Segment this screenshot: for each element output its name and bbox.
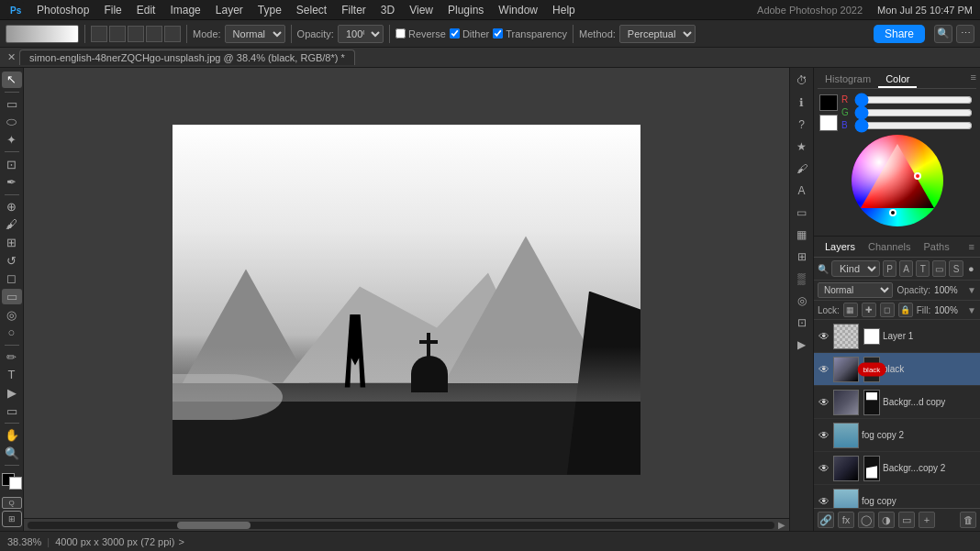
blend-mode-select[interactable]: Normal (818, 282, 893, 298)
adjustment-icon[interactable]: ⊡ (793, 314, 811, 332)
backgrd-copy-2-visibility-eye[interactable]: 👁 (818, 462, 830, 475)
paths-tab[interactable]: Paths (919, 239, 955, 254)
lock-pixels-btn[interactable]: ▦ (843, 303, 858, 317)
filter-adj-btn[interactable]: A (899, 260, 913, 277)
learn-icon[interactable]: ? (793, 116, 811, 134)
opacity-select[interactable]: 100% (338, 25, 384, 43)
dodge-tool[interactable]: ○ (2, 325, 22, 341)
share-button[interactable]: Share (874, 25, 925, 43)
fog-copy-2-visibility-eye[interactable]: 👁 (818, 429, 830, 442)
dither-checkbox[interactable] (450, 28, 460, 39)
g-slider[interactable] (854, 109, 973, 116)
method-select[interactable]: Perceptual (619, 25, 696, 43)
background-color[interactable] (9, 477, 22, 490)
bg-color-swatch[interactable] (819, 115, 838, 131)
panel-menu-icon[interactable]: ≡ (971, 72, 976, 88)
lock-artboard-btn[interactable]: ◻ (880, 303, 895, 317)
filter-shape-btn[interactable]: ▭ (932, 260, 946, 277)
transparency-checkbox[interactable] (493, 28, 503, 39)
history-brush-tool[interactable]: ↺ (2, 252, 22, 269)
tab-close-icon[interactable]: ✕ (7, 51, 16, 63)
shape-btn-5[interactable] (164, 26, 181, 42)
lasso-tool[interactable]: ⬭ (2, 114, 22, 130)
layer1-visibility-eye[interactable]: 👁 (818, 330, 830, 343)
menu-view[interactable]: View (402, 2, 440, 18)
clone-stamp-tool[interactable]: ⊞ (2, 235, 22, 251)
swatches-icon[interactable]: ⊞ (793, 248, 811, 266)
menu-3d[interactable]: 3D (373, 2, 402, 18)
layer-item-backgrd-copy-2[interactable]: 👁 Backgr...copy 2 (814, 452, 980, 485)
font-icon[interactable]: A (793, 182, 811, 200)
gradient-swatch[interactable] (6, 25, 79, 43)
histogram-tab[interactable]: Histogram (818, 72, 878, 88)
quick-mask-toggle[interactable]: Q (2, 497, 22, 509)
shapes-icon[interactable]: ▭ (793, 204, 811, 222)
menu-help[interactable]: Help (545, 2, 583, 18)
new-fill-layer-btn[interactable]: ◑ (878, 512, 895, 528)
shape-btn-2[interactable] (109, 26, 126, 42)
reverse-checkbox[interactable] (395, 28, 406, 39)
search-button[interactable]: 🔍 (934, 25, 952, 43)
new-layer-btn[interactable]: + (919, 512, 935, 528)
shape-btn-3[interactable] (128, 26, 144, 42)
fg-color-swatch[interactable] (819, 94, 838, 111)
color-wheel-container[interactable] (852, 135, 943, 226)
shape-tool[interactable]: ▭ (2, 402, 22, 419)
filter-toggle-btn[interactable]: ● (966, 262, 976, 275)
menu-file[interactable]: File (96, 2, 128, 18)
menu-edit[interactable]: Edit (129, 2, 163, 18)
channels-tab[interactable]: Channels (863, 239, 916, 254)
new-group-btn[interactable]: ▭ (898, 512, 915, 528)
b-slider[interactable] (854, 122, 973, 129)
gradient-tool[interactable]: ▭ (2, 289, 22, 305)
kind-filter-select[interactable]: Kind (831, 260, 880, 277)
zoom-tool[interactable]: 🔍 (2, 445, 22, 461)
healing-brush-tool[interactable]: ⊕ (2, 198, 22, 215)
backgrd-copy-visibility-eye[interactable]: 👁 (818, 396, 830, 409)
history-icon[interactable]: ⏱ (793, 72, 811, 90)
brush-preset-icon[interactable]: 🖌 (793, 160, 811, 178)
shape-btn-1[interactable] (91, 26, 107, 42)
layers-tab[interactable]: Layers (819, 239, 861, 254)
menu-image[interactable]: Image (162, 2, 207, 18)
menu-select[interactable]: Select (289, 2, 334, 18)
filter-smart-btn[interactable]: S (949, 260, 963, 277)
hand-tool[interactable]: ✋ (2, 427, 22, 444)
pen-tool[interactable]: ✏ (2, 348, 22, 365)
eraser-tool[interactable]: ◻ (2, 270, 22, 287)
gradient-panel-icon[interactable]: ▒ (793, 270, 811, 288)
link-layers-btn[interactable]: 🔗 (818, 512, 834, 528)
filter-pixel-btn[interactable]: P (883, 260, 896, 277)
menu-window[interactable]: Window (491, 2, 545, 18)
layers-panel-menu-icon[interactable]: ≡ (969, 241, 974, 252)
lock-all-btn[interactable]: 🔒 (898, 303, 913, 317)
filter-type-btn[interactable]: T (916, 260, 930, 277)
layer-item-black[interactable]: 👁 black black (814, 353, 980, 386)
menu-filter[interactable]: Filter (334, 2, 373, 18)
layer-item-fog-copy-2[interactable]: 👁 fog copy 2 (814, 419, 980, 452)
canvas-area[interactable]: ▶ (24, 68, 789, 531)
crop-tool[interactable]: ⊡ (2, 156, 22, 172)
r-slider[interactable] (854, 96, 973, 104)
timeline-icon[interactable]: ▶ (793, 336, 811, 354)
patterns-icon[interactable]: ▦ (793, 226, 811, 244)
menu-plugins[interactable]: Plugins (440, 2, 491, 18)
eyedropper-tool[interactable]: ✒ (2, 174, 22, 191)
menu-layer[interactable]: Layer (208, 2, 251, 18)
properties-icon[interactable]: ℹ (793, 94, 811, 112)
move-tool[interactable]: ↖ (2, 72, 22, 88)
mode-select[interactable]: Normal (225, 25, 285, 43)
add-style-btn[interactable]: fx (838, 512, 854, 528)
magic-wand-tool[interactable]: ✦ (2, 132, 22, 149)
styles-icon[interactable]: ◎ (793, 292, 811, 310)
layer-item-backgrd-copy[interactable]: 👁 Backgr...d copy (814, 386, 980, 419)
color-wheel[interactable] (852, 135, 943, 226)
delete-layer-btn[interactable]: 🗑 (960, 512, 976, 528)
menu-type[interactable]: Type (251, 2, 289, 18)
screen-mode[interactable]: ⊞ (2, 511, 22, 527)
info-arrow[interactable]: > (178, 536, 184, 547)
rectangular-marquee-tool[interactable]: ▭ (2, 95, 22, 112)
scrollbar-thumb[interactable] (177, 522, 251, 529)
blur-tool[interactable]: ◎ (2, 306, 22, 323)
hue-cursor[interactable] (914, 172, 921, 180)
